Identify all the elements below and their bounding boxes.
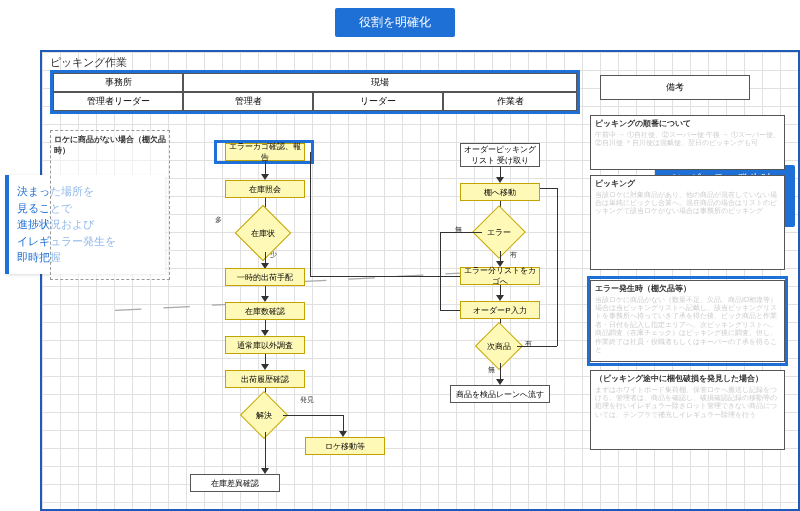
node-inventory-query: 在庫照会 <box>225 180 305 198</box>
label-many: 多 <box>215 215 222 225</box>
remark-order: ピッキングの順番について 午前中 → ①自社便、②スーパー便 午後 → ①スーパ… <box>590 115 785 170</box>
node-error-confirm: エラーカゴ確認、報告 <box>225 143 305 161</box>
swimlane-header: 事務所 現場 管理者リーダー 管理者 リーダー 作業者 <box>50 70 580 114</box>
label-has: 有 <box>510 250 517 260</box>
lane-site: 現場 <box>183 73 577 92</box>
node-order-input: オーダーP入力 <box>460 301 540 319</box>
dashed-section: ロケに商品がない場合（棚欠品時） <box>50 130 170 280</box>
dashed-section-title: ロケに商品がない場合（棚欠品時） <box>54 135 166 155</box>
node-loc-move: ロケ移動等 <box>305 437 385 455</box>
label-found: 発見 <box>300 395 314 405</box>
sheet-title: ピッキング作業 <box>50 55 127 70</box>
label-few: 少 <box>270 250 277 260</box>
node-to-inspection: 商品を検品レーンへ流す <box>450 385 550 403</box>
node-stock-check: 在庫数確認 <box>225 302 305 320</box>
label-none: 無 <box>455 225 462 235</box>
node-ship-history: 出荷履歴確認 <box>225 370 305 388</box>
node-goto-shelf: 棚へ移動 <box>460 183 540 201</box>
callout-top: 役割を明確化 <box>335 8 455 37</box>
lane-leader: リーダー <box>313 92 443 111</box>
node-other-survey: 通常庫以外調査 <box>225 336 305 354</box>
remark-error: エラー発生時（棚欠品等） 当該ロケに商品がない（数量不足、欠品、商品ID相違等）… <box>590 280 785 362</box>
node-temp-ship: 一時的出荷手配 <box>225 268 305 286</box>
remark-picking: ピッキング 当該ロケに対象商品があり、他の商品が混在していない場合は単純にピック… <box>590 175 785 270</box>
lane-manager: 管理者 <box>183 92 313 111</box>
node-order-receive: オーダーピッキングリスト 受け取り <box>460 143 540 167</box>
remark-damage: （ピッキング途中に梱包破損を発見した場合） まずはホワイトボード集荷棚、保管ロケ… <box>590 370 785 450</box>
remarks-header: 備考 <box>600 75 750 100</box>
lane-office: 事務所 <box>53 73 183 92</box>
node-diff-check: 在庫差異確認 <box>190 474 280 492</box>
label-none2: 無 <box>488 365 495 375</box>
node-error-list: エラー分リストをカゴへ <box>460 267 540 285</box>
label-has2: 有 <box>525 339 532 349</box>
lane-mgr-leader: 管理者リーダー <box>53 92 183 111</box>
lane-worker: 作業者 <box>443 92 577 111</box>
